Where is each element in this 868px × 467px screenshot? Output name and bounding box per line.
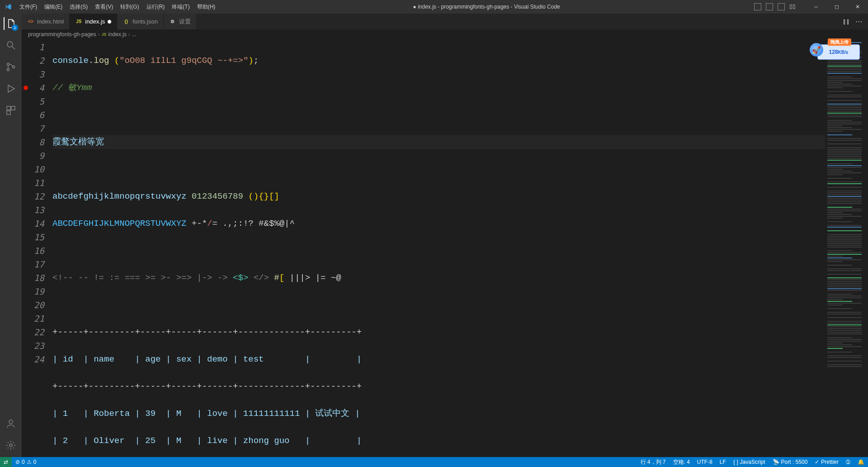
chevron-right-icon: ›: [98, 31, 100, 38]
tab-index-html[interactable]: <> index.html: [22, 14, 70, 29]
problems-indicator[interactable]: ⊘0 ⚠0: [12, 457, 40, 467]
warning-icon: ⚠: [27, 459, 32, 465]
menu-edit[interactable]: 编辑(E): [41, 0, 66, 14]
extensions-icon[interactable]: [5, 104, 17, 117]
error-icon: ⊘: [15, 459, 20, 465]
line-number-gutter: 123456789101112131415161718192021222324: [30, 39, 52, 457]
breadcrumbs[interactable]: programmingfonts-gh-pages › JS index.js …: [22, 29, 868, 39]
indentation[interactable]: 空格: 4: [670, 457, 693, 467]
more-actions-icon[interactable]: ⋯: [855, 17, 863, 26]
code-content[interactable]: console.log ("oO08 iIlL1 g9qCGQ ~-+=>");…: [52, 39, 825, 457]
svg-rect-5: [7, 106, 10, 110]
settings-icon: ⚙: [169, 18, 176, 25]
activity-bar: [0, 14, 22, 457]
menu-view[interactable]: 查看(V): [91, 0, 117, 14]
upload-badge-label: 拖拽上传: [828, 38, 851, 46]
customize-layout-icon[interactable]: ▯▯: [789, 3, 797, 10]
chevron-right-icon: ›: [128, 31, 130, 38]
tab-label: index.js: [85, 18, 105, 25]
rocket-icon: 🚀: [810, 43, 823, 57]
check-icon: ✓: [815, 459, 819, 465]
js-file-icon: JS: [102, 32, 107, 37]
language-mode[interactable]: { } JavaScript: [730, 457, 769, 467]
breadcrumb-file[interactable]: index.js: [108, 31, 127, 38]
menu-bar: 文件(F) 编辑(E) 选择(S) 查看(V) 转到(G) 运行(R) 终端(T…: [16, 0, 219, 14]
tab-label: index.html: [37, 18, 64, 25]
svg-rect-6: [11, 106, 15, 110]
tab-index-js[interactable]: JS index.js: [70, 14, 117, 29]
toggle-primary-sidebar-icon[interactable]: [754, 3, 761, 10]
menu-help[interactable]: 帮助(H): [193, 0, 219, 14]
editor-area: <> index.html JS index.js {} fonts.json …: [22, 14, 868, 457]
toggle-panel-icon[interactable]: [766, 3, 773, 10]
json-file-icon: {}: [123, 18, 130, 25]
notifications-icon[interactable]: 🔔: [854, 457, 868, 467]
window-title: ● index.js - programmingfonts-gh-pages -…: [219, 4, 754, 10]
menu-run[interactable]: 运行(R): [143, 0, 169, 14]
html-file-icon: <>: [27, 18, 34, 25]
js-file-icon: JS: [75, 18, 82, 25]
menu-go[interactable]: 转到(G): [117, 0, 142, 14]
source-control-icon[interactable]: [5, 61, 17, 73]
breadcrumb-symbol[interactable]: ...: [132, 31, 137, 38]
svg-line-1: [12, 47, 15, 49]
svg-point-2: [7, 63, 9, 66]
status-bar: ⇄ ⊘0 ⚠0 行 4，列 7 空格: 4 UTF-8 LF { } JavaS…: [0, 457, 868, 467]
layout-controls[interactable]: ▯▯: [754, 3, 797, 10]
remote-icon: ⇄: [4, 459, 8, 465]
accounts-icon[interactable]: [5, 417, 17, 430]
breakpoint-gutter[interactable]: [22, 39, 30, 457]
svg-point-9: [9, 444, 12, 447]
maximize-button[interactable]: ◻: [826, 0, 847, 14]
prettier-status[interactable]: ✓Prettier: [811, 457, 842, 467]
menu-file[interactable]: 文件(F): [16, 0, 41, 14]
svg-point-4: [13, 66, 15, 68]
encoding[interactable]: UTF-8: [693, 457, 716, 467]
close-button[interactable]: ✕: [847, 0, 868, 14]
title-bar: 文件(F) 编辑(E) 选择(S) 查看(V) 转到(G) 运行(R) 终端(T…: [0, 0, 868, 14]
svg-rect-7: [7, 111, 10, 114]
run-debug-icon[interactable]: [5, 82, 17, 95]
tab-label: 设置: [179, 18, 191, 26]
code-editor[interactable]: 123456789101112131415161718192021222324 …: [22, 39, 868, 457]
upload-speed-value: 128KB/s: [829, 49, 849, 55]
broadcast-icon: 📡: [773, 459, 779, 465]
feedback-icon[interactable]: ➀: [842, 457, 854, 467]
settings-gear-icon[interactable]: [5, 439, 17, 452]
minimap[interactable]: [825, 39, 868, 457]
upload-speed-badge[interactable]: 🚀 拖拽上传 128KB/s: [817, 44, 860, 60]
menu-selection[interactable]: 选择(S): [66, 0, 91, 14]
vscode-logo: [0, 3, 16, 10]
editor-tabs: <> index.html JS index.js {} fonts.json …: [22, 14, 868, 29]
split-editor-icon[interactable]: ⫿⫿: [843, 18, 850, 26]
breakpoint-icon[interactable]: [24, 86, 28, 90]
menu-terminal[interactable]: 终端(T): [168, 0, 193, 14]
eol[interactable]: LF: [716, 457, 730, 467]
explorer-icon[interactable]: [4, 17, 17, 30]
remote-indicator[interactable]: ⇄: [0, 457, 12, 467]
minimize-button[interactable]: ─: [806, 0, 826, 14]
breadcrumb-folder[interactable]: programmingfonts-gh-pages: [28, 31, 96, 38]
dirty-indicator-icon: [108, 20, 111, 24]
search-icon[interactable]: [5, 39, 17, 52]
svg-point-0: [7, 42, 13, 47]
toggle-secondary-sidebar-icon[interactable]: [778, 3, 785, 10]
tab-fonts-json[interactable]: {} fonts.json: [117, 14, 164, 29]
tab-label: fonts.json: [132, 18, 158, 25]
svg-point-3: [7, 69, 9, 71]
tab-settings[interactable]: ⚙ 设置: [164, 14, 197, 29]
svg-point-8: [9, 420, 13, 424]
live-server-port[interactable]: 📡Port : 5500: [769, 457, 811, 467]
cursor-position[interactable]: 行 4，列 7: [637, 457, 670, 467]
